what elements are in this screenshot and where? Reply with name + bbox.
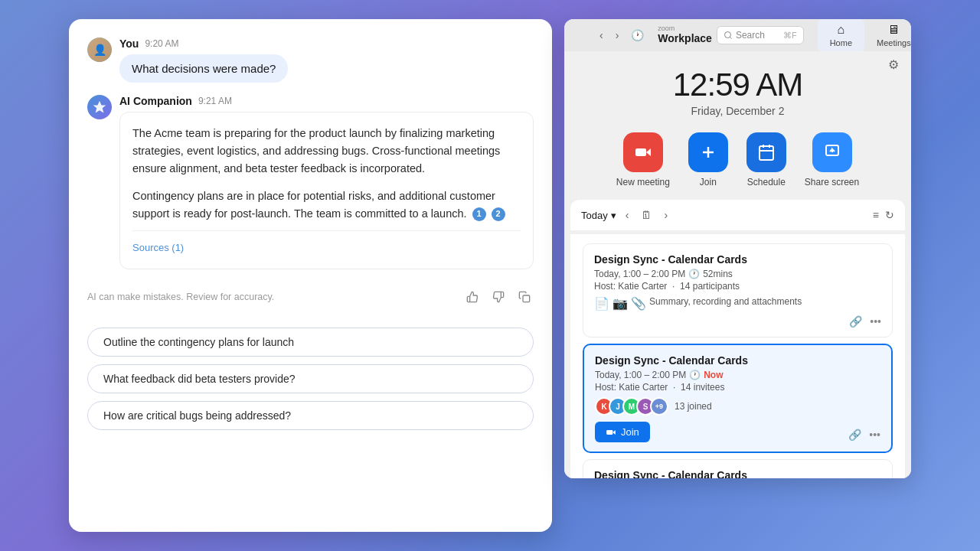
meeting-card-3: Design Sync - Calendar Cards Today, 1:00… [583, 459, 893, 478]
citation-1[interactable]: 1 [472, 207, 486, 221]
tab-meetings-label: Meetings [877, 38, 911, 47]
schedule-label: Schedule [747, 177, 786, 187]
cal-next-button[interactable]: › [661, 207, 671, 223]
attachment-icon: 📎 [631, 296, 646, 311]
tab-meetings[interactable]: 🖥 Meetings [864, 19, 911, 53]
share-screen-label: Share screen [805, 177, 859, 187]
chat-panel: 👤 You 9:20 AM What decisions were made? [69, 19, 552, 532]
search-placeholder: Search [736, 30, 765, 41]
meeting-2-footer: Join 🔗 ••• [595, 422, 880, 442]
join-label: Join [700, 177, 717, 187]
meeting-2-time: Today, 1:00 – 2:00 PM 🕐 Now [595, 370, 880, 380]
suggestion-3[interactable]: How are critical bugs being addressed? [87, 401, 534, 430]
clock-icon-1: 🕐 [688, 269, 700, 279]
ai-paragraph-2: Contingency plans are in place for poten… [132, 187, 521, 223]
meeting-2-title: Design Sync - Calendar Cards [595, 354, 880, 367]
meeting-1-title: Design Sync - Calendar Cards [594, 253, 881, 266]
new-meeting-icon [623, 132, 663, 172]
tab-home[interactable]: ⌂ Home [818, 19, 864, 53]
nav-back-button[interactable]: ‹ [596, 28, 606, 43]
titlebar-nav: ‹ › 🕐 [596, 28, 647, 43]
svg-rect-0 [523, 295, 530, 302]
quick-actions: New meeting Join Schedule [564, 126, 911, 200]
meetings-icon: 🖥 [887, 23, 900, 37]
search-shortcut: ⌘F [783, 31, 797, 41]
meeting-1-host: Host: Katie Carter · 14 participants [594, 281, 881, 292]
user-message-meta: You 9:20 AM [119, 37, 288, 50]
user-message-row: 👤 You 9:20 AM What decisions were made? [87, 37, 534, 83]
user-bubble: What decisions were made? [119, 54, 288, 83]
main-container: 👤 You 9:20 AM What decisions were made? [69, 19, 911, 532]
ai-avatar [87, 95, 112, 119]
zoom-panel: ‹ › 🕐 zoom Workplace Search ⌘F ⌂ Home [564, 19, 911, 478]
meeting-2-actions: 🔗 ••• [848, 429, 880, 441]
nav-forward-button[interactable]: › [612, 28, 622, 43]
meeting-card-2: Design Sync - Calendar Cards Today, 1:00… [583, 344, 893, 453]
thumbs-up-button[interactable] [463, 288, 482, 306]
feedback-row: AI can make mistakes. Review for accurac… [87, 282, 534, 312]
suggestion-2[interactable]: What feedback did beta testers provide? [87, 364, 534, 393]
sources-link[interactable]: Sources (1) [132, 242, 184, 253]
nav-history-button[interactable]: 🕐 [628, 28, 647, 43]
search-icon [724, 31, 733, 40]
zoom-content: ⚙ 12:59 AM Friday, December 2 New meetin… [564, 51, 911, 478]
new-meeting-action[interactable]: New meeting [616, 132, 670, 187]
meeting-1-more-button[interactable]: ••• [870, 315, 881, 328]
zoom-logo-small: zoom Workplace [658, 25, 712, 44]
ai-message-meta: AI Companion 9:21 AM [119, 95, 534, 107]
ai-paragraph-1: The Acme team is preparing for the produ… [132, 125, 521, 178]
meeting-2-attendees: K J M S +9 13 joined [595, 397, 880, 416]
user-avatar-img: 👤 [87, 37, 112, 62]
cal-prev-button[interactable]: ‹ [622, 207, 632, 223]
cal-refresh-button[interactable]: ↻ [885, 209, 894, 221]
schedule-icon [746, 132, 786, 172]
join-icon [688, 132, 728, 172]
join-meeting-button[interactable]: Join [595, 422, 650, 442]
meeting-cards-container: Design Sync - Calendar Cards Today, 1:00… [570, 234, 905, 478]
zoom-workplace-label: Workplace [658, 33, 712, 44]
ai-timestamp: 9:21 AM [198, 96, 232, 106]
copy-button[interactable] [515, 288, 534, 306]
meeting-1-details: 📄 📷 📎 Summary, recording and attachments [594, 296, 881, 311]
meeting-1-emoji-button[interactable]: 🔗 [849, 315, 862, 328]
meeting-2-host: Host: Katie Carter · 14 invitees [595, 382, 880, 393]
user-timestamp: 9:20 AM [145, 38, 178, 49]
svg-rect-9 [606, 430, 612, 435]
ai-message-block: The Acme team is preparing for the produ… [119, 112, 534, 269]
home-icon: ⌂ [837, 23, 844, 37]
doc-icon: 📄 [594, 296, 609, 311]
schedule-action[interactable]: Schedule [746, 132, 786, 187]
chat-messages: 👤 You 9:20 AM What decisions were made? [87, 37, 534, 514]
ai-name: AI Companion [119, 95, 192, 107]
cal-filter-button[interactable]: ≡ [873, 209, 879, 221]
zoom-titlebar: ‹ › 🕐 zoom Workplace Search ⌘F ⌂ Home [564, 19, 911, 51]
suggestions: Outline the contingency plans for launch… [87, 328, 534, 430]
share-screen-icon [812, 132, 852, 172]
ai-message-row: AI Companion 9:21 AM The Acme team is pr… [87, 95, 534, 269]
camera-icon: 📷 [612, 296, 628, 311]
zoom-logo: zoom Workplace [658, 25, 712, 44]
svg-rect-2 [635, 148, 646, 156]
settings-button[interactable]: ⚙ [888, 57, 899, 72]
sources-row: Sources (1) [132, 230, 521, 256]
calendar-header: Today ▾ ‹ 🗓 › ≡ ↻ [570, 200, 905, 231]
feedback-text: AI can make mistakes. Review for accurac… [87, 292, 456, 302]
join-action[interactable]: Join [688, 132, 728, 187]
meeting-2-more-button[interactable]: ••• [869, 429, 880, 441]
today-button[interactable]: Today ▾ [581, 210, 616, 221]
svg-rect-5 [760, 146, 773, 160]
citation-2[interactable]: 2 [492, 207, 505, 221]
today-dropdown-icon: ▾ [611, 210, 616, 221]
video-icon [606, 427, 616, 438]
tab-home-label: Home [830, 38, 852, 47]
meeting-3-title: Design Sync - Calendar Cards [594, 469, 881, 478]
zoom-search[interactable]: Search ⌘F [717, 26, 804, 44]
cal-add-button[interactable]: 🗓 [638, 207, 655, 223]
share-screen-action[interactable]: Share screen [805, 132, 859, 187]
clock-section: 12:59 AM Friday, December 2 [564, 51, 911, 126]
thumbs-down-button[interactable] [489, 288, 508, 306]
meeting-2-link-button[interactable]: 🔗 [848, 429, 861, 441]
suggestion-1[interactable]: Outline the contingency plans for launch [87, 328, 534, 357]
user-message-content: You 9:20 AM What decisions were made? [119, 37, 288, 83]
user-avatar: 👤 [87, 37, 112, 62]
